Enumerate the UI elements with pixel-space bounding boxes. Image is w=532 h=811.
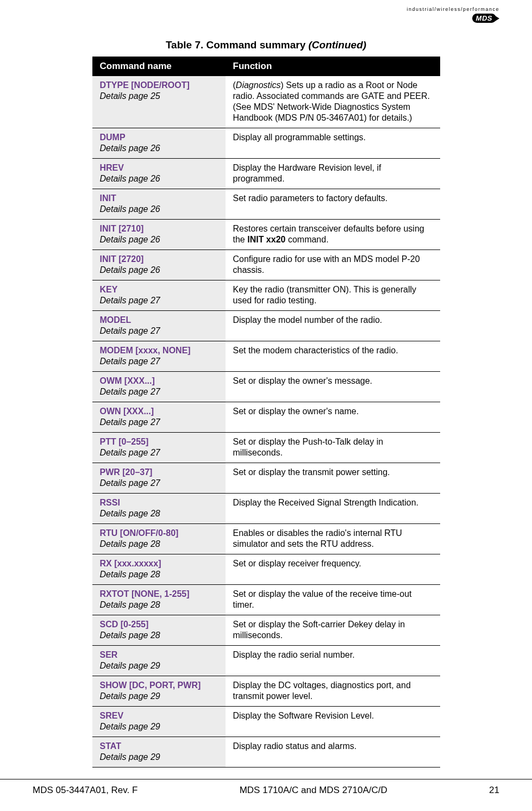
command-name: INIT xyxy=(100,193,218,204)
command-cell: MODEM [xxxx, NONE]Details page 27 xyxy=(92,341,226,372)
command-cell: SREVDetails page 29 xyxy=(92,707,226,737)
command-name: MODEM [xxxx, NONE] xyxy=(100,345,218,356)
footer-right: 21 xyxy=(489,785,499,796)
command-cell: HREVDetails page 26 xyxy=(92,159,226,189)
table-row: RTU [ON/OFF/0-80]Details page 28Enables … xyxy=(92,524,440,554)
command-details-page: Details page 29 xyxy=(100,721,218,732)
command-details-page: Details page 26 xyxy=(100,143,218,154)
command-cell: DUMPDetails page 26 xyxy=(92,128,226,159)
footer-left: MDS 05-3447A01, Rev. F xyxy=(33,785,137,796)
mds-logo-icon: MDS xyxy=(472,14,496,23)
function-cell: Display radio status and alarms. xyxy=(226,737,440,768)
function-cell: Set or display the owner's message. xyxy=(226,372,440,402)
command-details-page: Details page 26 xyxy=(100,265,218,276)
command-summary-table: Command name Function DTYPE [NODE/ROOT]D… xyxy=(92,57,440,768)
command-name: MODEL xyxy=(100,315,218,326)
table-row: PWR [20–37]Details page 27Set or display… xyxy=(92,463,440,494)
caption-suffix: (Continued) xyxy=(308,39,366,51)
command-name: INIT [2720] xyxy=(100,254,218,265)
table-caption: Table 7. Command summary (Continued) xyxy=(33,39,499,51)
command-details-page: Details page 25 xyxy=(100,91,218,102)
command-details-page: Details page 27 xyxy=(100,447,218,458)
command-name: RXTOT [NONE, 1-255] xyxy=(100,589,218,600)
table-row: MODEM [xxxx, NONE]Details page 27Set the… xyxy=(92,341,440,372)
command-name: OWN [XXX...] xyxy=(100,406,218,417)
table-row: RX [xxx.xxxxx]Details page 28Set or disp… xyxy=(92,554,440,585)
command-cell: PWR [20–37]Details page 27 xyxy=(92,463,226,494)
table-row: STATDetails page 29Display radio status … xyxy=(92,737,440,768)
table-row: SHOW [DC, PORT, PWR]Details page 29Displ… xyxy=(92,676,440,707)
table-header-row: Command name Function xyxy=(92,57,440,76)
table-row: OWN [XXX...]Details page 27Set or displa… xyxy=(92,402,440,433)
function-cell: Set or display the Soft-carrier Dekey de… xyxy=(226,615,440,646)
command-details-page: Details page 28 xyxy=(100,539,218,550)
function-cell: (Diagnostics) Sets up a radio as a Root … xyxy=(226,76,440,128)
command-details-page: Details page 27 xyxy=(100,326,218,336)
command-details-page: Details page 27 xyxy=(100,295,218,306)
command-cell: DTYPE [NODE/ROOT]Details page 25 xyxy=(92,76,226,128)
function-cell: Display the Hardware Revision level, if … xyxy=(226,159,440,189)
command-details-page: Details page 28 xyxy=(100,569,218,580)
command-details-page: Details page 26 xyxy=(100,204,218,215)
brand-tagline: industrial/wireless/performance xyxy=(406,7,499,12)
function-cell: Display all programmable settings. xyxy=(226,128,440,159)
command-name: STAT xyxy=(100,741,218,752)
command-details-page: Details page 26 xyxy=(100,173,218,184)
command-details-page: Details page 29 xyxy=(100,752,218,763)
command-cell: INIT [2710]Details page 26 xyxy=(92,220,226,250)
function-cell: Enables or disables the radio's internal… xyxy=(226,524,440,554)
table-row: KEYDetails page 27Key the radio (transmi… xyxy=(92,280,440,311)
command-name: INIT [2710] xyxy=(100,223,218,234)
col-header-function: Function xyxy=(226,57,440,76)
table-row: SERDetails page 29Display the radio seri… xyxy=(92,646,440,676)
function-cell: Set or display receiver frequency. xyxy=(226,554,440,585)
function-cell: Set or display the transmit power settin… xyxy=(226,463,440,494)
command-cell: SCD [0-255]Details page 28 xyxy=(92,615,226,646)
footer-center: MDS 1710A/C and MDS 2710A/C/D xyxy=(240,785,387,796)
function-cell: Set or display the Push-to-Talk delay in… xyxy=(226,433,440,463)
function-cell: Key the radio (transmitter ON). This is … xyxy=(226,280,440,311)
table-row: SCD [0-255]Details page 28Set or display… xyxy=(92,615,440,646)
command-cell: PTT [0–255]Details page 27 xyxy=(92,433,226,463)
function-cell: Display the Software Revision Level. xyxy=(226,707,440,737)
command-name: OWM [XXX...] xyxy=(100,376,218,386)
arrow-right-icon xyxy=(495,16,499,21)
table-row: SREVDetails page 29Display the Software … xyxy=(92,707,440,737)
function-cell: Set or display the owner's name. xyxy=(226,402,440,433)
command-cell: MODELDetails page 27 xyxy=(92,311,226,341)
caption-prefix: Table 7. Command summary xyxy=(166,39,309,51)
table-row: INIT [2720]Details page 26Configure radi… xyxy=(92,250,440,280)
command-details-page: Details page 28 xyxy=(100,508,218,519)
command-details-page: Details page 29 xyxy=(100,691,218,702)
function-cell: Restores certain transceiver defaults be… xyxy=(226,220,440,250)
command-name: RX [xxx.xxxxx] xyxy=(100,558,218,569)
brand-logo: industrial/wireless/performance MDS xyxy=(406,7,499,23)
function-cell: Configure radio for use with an MDS mode… xyxy=(226,250,440,280)
table-row: RXTOT [NONE, 1-255]Details page 28Set or… xyxy=(92,585,440,615)
command-name: PTT [0–255] xyxy=(100,436,218,447)
command-name: SREV xyxy=(100,710,218,721)
table-row: MODELDetails page 27Display the model nu… xyxy=(92,311,440,341)
command-cell: OWN [XXX...]Details page 27 xyxy=(92,402,226,433)
table-row: INITDetails page 26Set radio parameters … xyxy=(92,189,440,220)
command-name: SCD [0-255] xyxy=(100,619,218,630)
command-cell: OWM [XXX...]Details page 27 xyxy=(92,372,226,402)
table-row: OWM [XXX...]Details page 27Set or displa… xyxy=(92,372,440,402)
table-row: HREVDetails page 26Display the Hardware … xyxy=(92,159,440,189)
command-details-page: Details page 29 xyxy=(100,660,218,671)
table-row: INIT [2710]Details page 26Restores certa… xyxy=(92,220,440,250)
command-cell: KEYDetails page 27 xyxy=(92,280,226,311)
command-name: RSSI xyxy=(100,497,218,508)
command-name: KEY xyxy=(100,284,218,295)
command-cell: RTU [ON/OFF/0-80]Details page 28 xyxy=(92,524,226,554)
table-row: DTYPE [NODE/ROOT]Details page 25(Diagnos… xyxy=(92,76,440,128)
page-footer: MDS 05-3447A01, Rev. F MDS 1710A/C and M… xyxy=(0,779,532,796)
command-cell: INITDetails page 26 xyxy=(92,189,226,220)
command-details-page: Details page 28 xyxy=(100,630,218,641)
command-cell: STATDetails page 29 xyxy=(92,737,226,768)
table-row: DUMPDetails page 26Display all programma… xyxy=(92,128,440,159)
command-cell: INIT [2720]Details page 26 xyxy=(92,250,226,280)
command-details-page: Details page 27 xyxy=(100,386,218,397)
table-row: RSSIDetails page 28Display the Received … xyxy=(92,494,440,524)
command-name: HREV xyxy=(100,163,218,173)
